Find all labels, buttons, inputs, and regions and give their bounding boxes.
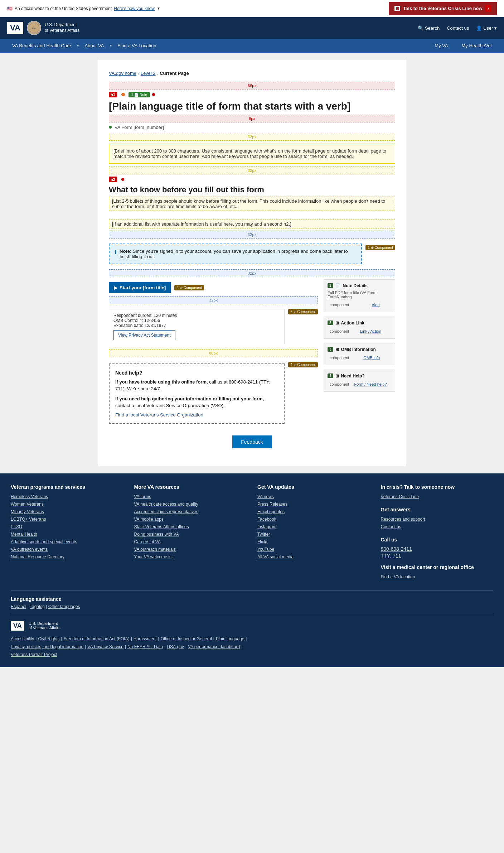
list-item: Resources and support xyxy=(381,516,494,522)
dropdown-icon: ▼ xyxy=(157,6,160,10)
card1-number: 1 xyxy=(328,283,333,288)
footer-accessibility[interactable]: Accessibility xyxy=(11,636,34,641)
list-item: Women Veterans xyxy=(11,501,123,507)
footer-visit-title: Visit a medical center or regional offic… xyxy=(381,564,494,570)
nav-benefits[interactable]: VA Benefits and Health Care xyxy=(7,39,76,53)
list-item: VA forms xyxy=(134,493,247,499)
spacer-56px: 56px xyxy=(109,82,395,90)
crisis-line-bar[interactable]: ⊞ Talk to the Veterans Crisis Line now › xyxy=(389,2,497,15)
footer-va-privacy[interactable]: VA Privacy Service xyxy=(87,644,123,649)
nav-myva[interactable]: My VA xyxy=(430,39,453,53)
list-item: Minority Veterans xyxy=(11,509,123,514)
footer-phone: 800-698-2411 TTY: 711 xyxy=(381,546,494,559)
footer-col3-links: VA news Press Releases Email updates Fac… xyxy=(257,493,370,559)
footer-bottom-links: Accessibility | Civil Rights | Freedom o… xyxy=(11,636,493,641)
footer-col4-crisis-links: Veterans Crisis Line xyxy=(381,493,494,499)
action-link-label: Start your [form title] xyxy=(120,285,166,290)
nav-myhealthevet[interactable]: My HealtheVet xyxy=(456,39,497,53)
footer-divider-2 xyxy=(11,615,493,615)
left-section: ▶ Start your [form title] 2 ⊕ Component … xyxy=(109,279,318,428)
need-help-online: If you have trouble using this online fo… xyxy=(115,379,278,392)
footer-foia[interactable]: Freedom of Information Act (FOIA) xyxy=(64,636,130,641)
card3-number: 3 xyxy=(328,347,333,352)
footer-col2-title: More VA resources xyxy=(134,484,247,490)
card2-component-value[interactable]: Link / Action xyxy=(359,328,391,334)
footer-lang-title: Language assistance xyxy=(11,596,493,602)
card2-number: 2 xyxy=(328,321,333,325)
card1-table: component Alert xyxy=(328,301,391,308)
footer-lang-tagalog[interactable]: Tagalog xyxy=(30,604,45,609)
start-form-button[interactable]: ▶ Start your [form title] xyxy=(109,282,171,293)
footer-plain-language[interactable]: Plain language xyxy=(216,636,244,641)
need-help-container: Need help? If you have trouble using thi… xyxy=(109,359,285,428)
list-item: VA outreach events xyxy=(11,546,123,552)
card1-component-value[interactable]: Alert xyxy=(370,302,391,308)
footer-usagov[interactable]: USA.gov xyxy=(167,644,184,649)
card1-doc-icon: 📄 xyxy=(335,283,341,288)
component4-badge: 4 ⊕ Component xyxy=(288,362,318,367)
footer-lang-other[interactable]: Other languages xyxy=(48,604,80,609)
footer-phone-link[interactable]: 800-698-2411 xyxy=(381,546,494,552)
top-bar: 🇺🇸 An official website of the United Sta… xyxy=(0,0,504,17)
h1-red-dot xyxy=(152,93,155,96)
svg-text:SEAL: SEAL xyxy=(31,27,37,29)
component1-badge: 1 ⊕ Component xyxy=(365,245,395,250)
h2-list-2: [If an additional list with separate inf… xyxy=(109,220,395,228)
breadcrumb-home[interactable]: VA.gov home xyxy=(109,71,136,76)
card3-title-row: 3 ⊞ OMB Information xyxy=(328,347,391,352)
footer-privacy-policies[interactable]: Privacy, policies, and legal information xyxy=(11,644,83,649)
footer-performance[interactable]: VA performance dashboard xyxy=(188,644,240,649)
footer-bottom-links-3: Veterans Portrait Project xyxy=(11,652,493,657)
h1-badges-row: h1 1 📄 Note xyxy=(109,92,395,97)
site-header: VA SEAL U.S. Department of Veterans Affa… xyxy=(0,17,504,39)
contact-link[interactable]: Contact us xyxy=(447,25,469,31)
main-wrapper: VA.gov home › Level 2 › Current Page 56p… xyxy=(0,53,504,473)
list-item: VA health care access and quality xyxy=(134,501,247,507)
primary-nav: VA Benefits and Health Care ▼ About VA ▼… xyxy=(0,39,504,53)
find-vso-link[interactable]: Find a local Veterans Service Organizati… xyxy=(115,412,203,418)
omb-control: OMB Control #: 12-3456 xyxy=(113,318,280,323)
list-item: PTSD xyxy=(11,524,123,529)
h2-list-1: [List 2-5 bullets of things people shoul… xyxy=(109,197,395,211)
footer-tty-link[interactable]: TTY: 711 xyxy=(381,553,494,559)
heres-how-link[interactable]: Here's how you know xyxy=(114,6,155,11)
alert-row: ℹ Note: Since you're signed in to your a… xyxy=(109,241,395,267)
footer-no-fear[interactable]: No FEAR Act Data xyxy=(127,644,163,649)
footer-dept-name: U.S. Department of Veterans Affairs xyxy=(29,621,60,630)
list-item: Careers at VA xyxy=(134,539,247,544)
user-menu[interactable]: 👤 User ▾ xyxy=(476,25,497,31)
footer-civil-rights[interactable]: Civil Rights xyxy=(38,636,59,641)
spacer-32px-pre-note: 32px xyxy=(109,231,395,238)
footer-portrait[interactable]: Veterans Portrait Project xyxy=(11,652,57,657)
card3-component-label: component xyxy=(328,355,361,361)
card4-table: component Form / Need help? xyxy=(328,381,391,388)
search-link[interactable]: 🔍 Search xyxy=(418,25,440,31)
spacer-32px-2: 32px xyxy=(109,167,395,174)
card4-component-value[interactable]: Form / Need help? xyxy=(353,381,391,387)
alert-container: ℹ Note: Since you're signed in to your a… xyxy=(109,241,362,267)
card2-title-row: 2 ⊞ Action Link xyxy=(328,321,391,326)
breadcrumb-level2[interactable]: Level 2 xyxy=(141,71,156,76)
card4-title: Need Help? xyxy=(341,374,365,379)
dept-name: U.S. Department of Veterans Affairs xyxy=(45,22,79,33)
list-item: Doing business with VA xyxy=(134,531,247,537)
card1-title: Note Details xyxy=(343,283,368,288)
find-va-location-link[interactable]: Find a VA location xyxy=(381,574,415,579)
h1-section: h1 1 📄 Note [Plain language title of for… xyxy=(109,92,395,112)
footer-inspector[interactable]: Office of Inspector General xyxy=(161,636,212,641)
h2-section: h2 What to know before you fill out this… xyxy=(109,177,395,228)
header-nav: 🔍 Search Contact us 👤 User ▾ xyxy=(418,25,497,31)
footer-lang-espanol[interactable]: Español xyxy=(11,604,26,609)
footer-bottom: VA U.S. Department of Veterans Affairs xyxy=(11,621,493,631)
feedback-button[interactable]: Feedback xyxy=(232,435,271,448)
footer-answers-title: Get answers xyxy=(381,507,494,512)
view-privacy-button[interactable]: View Privacy Act Statement xyxy=(113,330,175,340)
list-item: Facebook xyxy=(257,516,370,522)
nav-find[interactable]: Find a VA Location xyxy=(112,39,161,53)
h2-dot xyxy=(121,178,124,181)
h1-dot xyxy=(121,93,125,96)
card3-component-value[interactable]: OMB info xyxy=(362,355,391,361)
nav-about[interactable]: About VA xyxy=(79,39,109,53)
veterans-crisis-line-link[interactable]: Veterans Crisis Line xyxy=(381,494,419,499)
footer-harassment[interactable]: Harassment xyxy=(134,636,157,641)
